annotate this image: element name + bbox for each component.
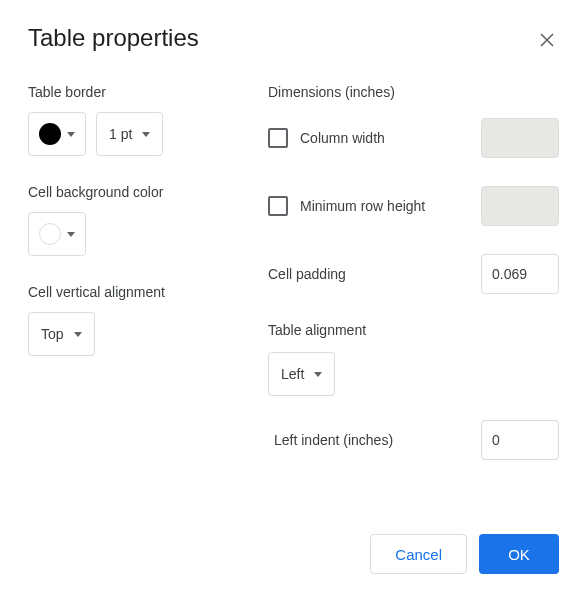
left-indent-label: Left indent (inches) [268, 432, 481, 448]
table-alignment-select[interactable]: Left [268, 352, 335, 396]
table-border-section: Table border 1 pt [28, 84, 228, 156]
table-border-label: Table border [28, 84, 228, 100]
cell-bg-label: Cell background color [28, 184, 228, 200]
chevron-down-icon [74, 332, 82, 337]
table-alignment-heading: Table alignment [268, 322, 559, 338]
cell-bg-color-picker[interactable] [28, 212, 86, 256]
left-indent-row: Left indent (inches) [268, 420, 559, 460]
chevron-down-icon [314, 372, 322, 377]
dialog-title: Table properties [28, 24, 559, 52]
dimensions-heading: Dimensions (inches) [268, 84, 559, 100]
chevron-down-icon [67, 232, 75, 237]
min-row-height-row: Minimum row height [268, 186, 559, 226]
chevron-down-icon [142, 132, 150, 137]
border-color-picker[interactable] [28, 112, 86, 156]
cell-bg-section: Cell background color [28, 184, 228, 256]
right-column: Dimensions (inches) Column width Minimum… [268, 84, 559, 460]
min-row-height-label: Minimum row height [300, 198, 469, 214]
cell-valign-value: Top [41, 326, 64, 342]
min-row-height-checkbox[interactable] [268, 196, 288, 216]
left-indent-input[interactable] [481, 420, 559, 460]
column-width-checkbox[interactable] [268, 128, 288, 148]
cell-bg-swatch [39, 223, 61, 245]
column-width-label: Column width [300, 130, 469, 146]
cell-valign-label: Cell vertical alignment [28, 284, 228, 300]
cell-valign-section: Cell vertical alignment Top [28, 284, 228, 356]
dialog-footer: Cancel OK [370, 534, 559, 574]
column-width-input[interactable] [481, 118, 559, 158]
cell-padding-input[interactable] [481, 254, 559, 294]
cell-padding-row: Cell padding [268, 254, 559, 294]
ok-button[interactable]: OK [479, 534, 559, 574]
cell-padding-label: Cell padding [268, 266, 481, 282]
cell-valign-select[interactable]: Top [28, 312, 95, 356]
close-button[interactable] [535, 28, 559, 52]
min-row-height-input[interactable] [481, 186, 559, 226]
table-alignment-value: Left [281, 366, 304, 382]
close-icon [539, 32, 555, 48]
cancel-button[interactable]: Cancel [370, 534, 467, 574]
border-color-swatch [39, 123, 61, 145]
border-width-value: 1 pt [109, 126, 132, 142]
left-column: Table border 1 pt Cell background color [28, 84, 228, 460]
border-width-select[interactable]: 1 pt [96, 112, 163, 156]
table-properties-dialog: Table properties Table border 1 pt [0, 0, 587, 594]
column-width-row: Column width [268, 118, 559, 158]
chevron-down-icon [67, 132, 75, 137]
